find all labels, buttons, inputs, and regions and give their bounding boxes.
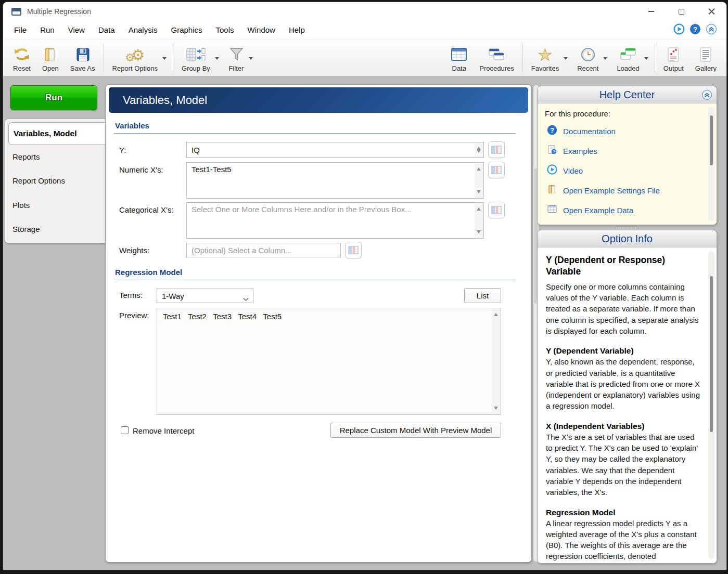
clock-icon [580, 44, 596, 64]
group-by-icon [186, 44, 206, 64]
tab-report-options[interactable]: Report Options [12, 176, 65, 185]
numeric-x-scrollbar[interactable] [475, 163, 483, 198]
y-label: Y: [119, 146, 126, 154]
output-scatter-icon [666, 44, 681, 64]
gallery-button[interactable]: Gallery [689, 40, 722, 76]
y-column-picker-button[interactable] [488, 141, 505, 158]
video-link[interactable]: Video [545, 161, 709, 180]
menu-item-run[interactable]: Run [33, 22, 61, 37]
scrollbar-thumb[interactable] [710, 115, 713, 165]
main-panel: Variables, Model Variables Y: Numeric X'… [105, 84, 532, 563]
star-icon: ★ [538, 44, 553, 64]
examples-link[interactable]: ? Examples [545, 141, 709, 161]
svg-text:?: ? [550, 127, 554, 134]
menu-item-help[interactable]: Help [282, 22, 312, 37]
option-info-paragraph: The X's are a set of variables that are … [546, 432, 701, 498]
window-controls [636, 2, 726, 21]
menu-item-analysis[interactable]: Analysis [122, 22, 164, 37]
menu-item-file[interactable]: File [7, 22, 33, 37]
option-info-scrollbar[interactable] [708, 251, 714, 559]
titlebar: Multiple Regression [3, 2, 726, 21]
numeric-x-input[interactable]: Test1-Test5 [186, 162, 484, 199]
save-as-button[interactable]: Save As [65, 40, 101, 76]
weights-input[interactable] [186, 243, 341, 257]
scrollbar-thumb[interactable] [710, 276, 713, 432]
chevron-down-icon [243, 294, 249, 303]
close-button[interactable] [696, 2, 726, 21]
section-divider [114, 280, 516, 280]
tab-reports[interactable]: Reports [12, 152, 40, 161]
preview-box[interactable]: Test1 Test2 Test3 Test4 Test5 [157, 308, 501, 415]
categorical-x-column-picker-button[interactable] [488, 202, 505, 218]
toolbar-spacer [257, 40, 444, 76]
help-icon[interactable]: ? [689, 23, 701, 37]
svg-text:?: ? [553, 150, 555, 153]
help-center-panel: Help Center For this procedure: ? Docume… [537, 86, 717, 225]
favorites-button[interactable]: ★ Favorites [526, 40, 571, 76]
categorical-x-input[interactable] [186, 202, 484, 239]
maximize-icon [679, 9, 684, 15]
open-example-data-link[interactable]: Open Example Data [545, 200, 709, 220]
procedures-button[interactable]: Procedures [474, 40, 519, 76]
data-table-icon [450, 44, 468, 64]
menu-item-window[interactable]: Window [241, 22, 282, 37]
list-button[interactable]: List [464, 288, 501, 303]
menu-item-view[interactable]: View [61, 22, 92, 37]
column-picker-icon [491, 206, 502, 214]
tab-storage[interactable]: Storage [12, 225, 40, 233]
recent-button[interactable]: Recent [571, 40, 611, 76]
scroll-down-icon [477, 190, 481, 195]
categorical-x-scrollbar[interactable] [475, 203, 483, 238]
filter-button[interactable]: Filter [223, 40, 257, 76]
run-button[interactable]: Run [10, 85, 97, 110]
help-center-header: Help Center [538, 86, 717, 103]
open-button[interactable]: Open [36, 40, 65, 76]
scroll-up-icon [477, 165, 481, 171]
panel-splitter-handle[interactable]: ············ [537, 225, 717, 230]
chevron-down-icon [215, 57, 219, 62]
tab-plots[interactable]: Plots [12, 201, 30, 210]
menu-item-data[interactable]: Data [92, 22, 122, 37]
reset-button[interactable]: Reset [7, 40, 36, 76]
run-video-icon[interactable] [673, 23, 685, 37]
chevron-down-icon [249, 57, 253, 62]
remove-intercept-checkbox[interactable] [121, 426, 129, 434]
categorical-x-label: Categorical X's: [119, 205, 174, 214]
scroll-up-icon [477, 205, 481, 211]
group-by-button[interactable]: Group By [176, 40, 223, 76]
terms-select[interactable]: 1-Way [157, 289, 253, 303]
preview-scrollbar[interactable] [492, 308, 501, 414]
open-example-settings-link[interactable]: Open Example Settings File [545, 180, 709, 200]
output-button[interactable]: Output [658, 40, 689, 76]
maximize-button[interactable] [666, 2, 696, 21]
data-button[interactable]: Data [444, 40, 474, 76]
loaded-button[interactable]: Loaded [611, 40, 652, 76]
toolbar-separator [104, 44, 104, 72]
menu-item-tools[interactable]: Tools [209, 22, 241, 37]
weights-column-picker-button[interactable] [345, 242, 362, 258]
menu-bar: File Run View Data Analysis Graphics Too… [3, 21, 726, 40]
option-info-panel: Option Info Y (Dependent or Response) Va… [537, 230, 717, 564]
spinner-up-icon [477, 145, 481, 150]
minimize-icon [648, 11, 654, 12]
chevron-down-icon [162, 57, 167, 62]
help-center-scrollbar[interactable] [708, 107, 714, 221]
gears-icon: ⚙⚙ [125, 44, 145, 64]
collapse-panel-icon[interactable] [701, 89, 712, 103]
report-options-button[interactable]: ⚙⚙ Report Options [107, 40, 170, 76]
replace-custom-model-button[interactable]: Replace Custom Model With Preview Model [330, 423, 501, 438]
option-info-heading: Y (Dependent or Response) Variable [546, 254, 701, 278]
collapse-toolbar-icon[interactable] [706, 23, 717, 37]
tab-variables-model[interactable]: Variables, Model [8, 122, 106, 145]
column-picker-icon [491, 146, 502, 154]
y-spinner[interactable] [475, 142, 483, 157]
column-picker-icon [491, 166, 502, 174]
menu-item-graphics[interactable]: Graphics [164, 22, 209, 37]
y-input[interactable] [186, 142, 484, 158]
filter-funnel-icon [228, 44, 244, 64]
documentation-link[interactable]: ? Documentation [545, 121, 709, 141]
remove-intercept-label: Remove Intercept [133, 426, 194, 435]
minimize-button[interactable] [636, 2, 666, 21]
numeric-x-column-picker-button[interactable] [488, 162, 505, 178]
save-floppy-icon [75, 44, 91, 64]
